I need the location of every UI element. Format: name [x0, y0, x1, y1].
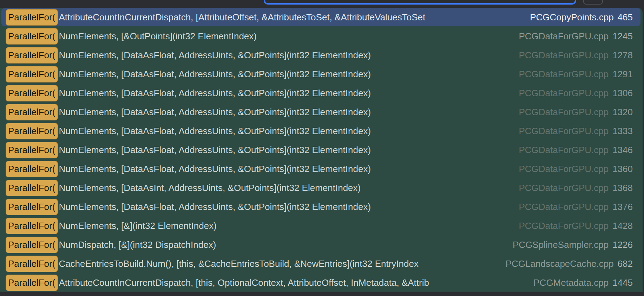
result-filename: PCGDataForGPU.cpp [519, 202, 609, 212]
result-filename: PCGDataForGPU.cpp [519, 88, 609, 98]
result-filename: PCGMetadata.cpp [533, 277, 609, 288]
result-line-number: 1226 [612, 239, 633, 250]
match-highlight-chip: ParallelFor( [6, 9, 58, 26]
result-code-text: NumElements, [&OutPoints](int32 ElementI… [59, 31, 516, 42]
result-code-text: NumElements, [DataAsFloat, AddressUints,… [59, 107, 516, 118]
result-filename: PCGDataForGPU.cpp [519, 221, 609, 231]
result-location: PCGDataForGPU.cpp1278 [519, 50, 633, 61]
result-row[interactable]: ParallelFor( NumElements, [DataAsFloat, … [0, 197, 643, 216]
result-line-number: 1306 [612, 88, 633, 98]
match-highlight-chip: ParallelFor( [6, 256, 58, 272]
result-code-text: NumElements, [DataAsFloat, AddressUints,… [59, 145, 516, 156]
result-filename: PCGDataForGPU.cpp [519, 69, 609, 79]
result-code-text: NumElements, [DataAsFloat, AddressUints,… [59, 88, 516, 99]
result-code-text: NumElements, [DataAsFloat, AddressUints,… [59, 126, 516, 137]
result-row[interactable]: ParallelFor( CacheEntriesToBuild.Num(), … [0, 254, 643, 273]
result-row[interactable]: ParallelFor( NumElements, [DataAsInt, Ad… [0, 178, 643, 197]
match-highlight-chip: ParallelFor( [6, 237, 58, 253]
result-filename: PCGDataForGPU.cpp [519, 145, 609, 155]
result-line-number: 1320 [612, 107, 633, 117]
result-code-text: AttributeCountInCurrentDispatch, [this, … [59, 277, 531, 288]
result-row[interactable]: ParallelFor( NumElements, [&OutPoints](i… [0, 27, 643, 46]
result-line-number: 1445 [612, 277, 633, 288]
result-filename: PCGCopyPoints.cpp [530, 12, 613, 22]
match-highlight-chip: ParallelFor( [6, 218, 58, 234]
result-location: PCGDataForGPU.cpp1376 [519, 202, 633, 212]
result-code-text: NumElements, [DataAsInt, AddressUints, &… [59, 183, 516, 193]
result-row[interactable]: ParallelFor( AttributeCountInCurrentDisp… [0, 8, 643, 27]
result-row[interactable]: ParallelFor( NumElements, [DataAsFloat, … [0, 140, 643, 159]
result-row[interactable]: ParallelFor( NumElements, [DataAsFloat, … [0, 65, 643, 84]
result-code-text: NumDispatch, [&](int32 DispatchIndex) [59, 239, 510, 250]
result-line-number: 1333 [612, 126, 633, 136]
match-highlight-chip: ParallelFor( [6, 180, 58, 196]
result-location: PCGDataForGPU.cpp1306 [519, 88, 633, 99]
result-line-number: 1360 [612, 164, 633, 174]
result-location: PCGDataForGPU.cpp1360 [519, 164, 633, 175]
result-filename: PCGDataForGPU.cpp [519, 50, 609, 60]
result-location: PCGDataForGPU.cpp1428 [519, 221, 633, 231]
result-row[interactable]: ParallelFor( NumElements, [DataAsFloat, … [0, 103, 643, 121]
match-highlight-chip: ParallelFor( [6, 66, 58, 83]
result-filename: PCGLandscapeCache.cpp [506, 258, 614, 269]
match-highlight-chip: ParallelFor( [6, 199, 58, 215]
match-highlight-chip: ParallelFor( [6, 161, 58, 177]
result-row[interactable]: ParallelFor( NumElements, [DataAsFloat, … [0, 46, 643, 65]
result-location: PCGLandscapeCache.cpp682 [506, 258, 633, 269]
result-location: PCGDataForGPU.cpp1346 [519, 145, 633, 156]
result-location: PCGDataForGPU.cpp1245 [519, 31, 633, 42]
result-line-number: 1278 [612, 50, 633, 60]
result-filename: PCGDataForGPU.cpp [519, 164, 609, 174]
result-location: PCGCopyPoints.cpp465 [530, 12, 633, 23]
match-highlight-chip: ParallelFor( [6, 275, 58, 291]
match-highlight-chip: ParallelFor( [6, 104, 58, 120]
result-filename: PCGDataForGPU.cpp [519, 107, 609, 117]
bottom-strip [0, 292, 644, 296]
result-row[interactable]: ParallelFor( NumElements, [DataAsFloat, … [0, 121, 643, 140]
result-location: PCGDataForGPU.cpp1333 [519, 126, 633, 137]
top-bar [0, 0, 644, 8]
result-filename: PCGDataForGPU.cpp [519, 183, 609, 193]
result-location: PCGDataForGPU.cpp1320 [519, 107, 633, 118]
result-filename: PCGDataForGPU.cpp [519, 126, 609, 136]
result-code-text: NumElements, [DataAsFloat, AddressUints,… [59, 202, 516, 212]
result-line-number: 1245 [612, 31, 633, 41]
result-filename: PCGDataForGPU.cpp [519, 31, 609, 41]
search-results-popup: ParallelFor( AttributeCountInCurrentDisp… [0, 8, 643, 292]
result-line-number: 1428 [612, 221, 633, 231]
match-highlight-chip: ParallelFor( [6, 85, 58, 101]
result-line-number: 682 [618, 258, 633, 269]
results-list: ParallelFor( AttributeCountInCurrentDisp… [0, 8, 643, 292]
result-location: PCGMetadata.cpp1445 [533, 277, 633, 288]
match-highlight-chip: ParallelFor( [6, 142, 58, 158]
result-row[interactable]: ParallelFor( NumElements, [&](int32 Elem… [0, 216, 643, 235]
result-location: PCGDataForGPU.cpp1291 [519, 69, 633, 80]
match-highlight-chip: ParallelFor( [6, 47, 58, 64]
search-option-button[interactable] [583, 0, 603, 5]
result-row[interactable]: ParallelFor( NumElements, [DataAsFloat, … [0, 159, 643, 178]
result-location: PCGDataForGPU.cpp1368 [519, 183, 633, 193]
result-location: PCGSplineSampler.cpp1226 [513, 239, 633, 250]
result-row[interactable]: ParallelFor( NumDispatch, [&](int32 Disp… [0, 235, 643, 254]
result-code-text: NumElements, [DataAsFloat, AddressUints,… [59, 50, 516, 61]
result-line-number: 1346 [612, 145, 633, 155]
result-line-number: 1368 [612, 183, 633, 193]
match-highlight-chip: ParallelFor( [6, 28, 58, 45]
result-line-number: 1291 [612, 69, 633, 79]
result-code-text: AttributeCountInCurrentDispatch, [Attrib… [59, 12, 527, 23]
result-code-text: NumElements, [&](int32 ElementIndex) [59, 221, 516, 231]
result-row[interactable]: ParallelFor( AttributeCountInCurrentDisp… [0, 273, 643, 292]
match-highlight-chip: ParallelFor( [6, 123, 58, 139]
result-line-number: 465 [618, 12, 633, 22]
result-filename: PCGSplineSampler.cpp [513, 239, 609, 250]
result-code-text: CacheEntriesToBuild.Num(), [this, &Cache… [59, 258, 502, 269]
result-row[interactable]: ParallelFor( NumElements, [DataAsFloat, … [0, 84, 643, 103]
result-code-text: NumElements, [DataAsFloat, AddressUints,… [59, 69, 516, 80]
search-input[interactable] [264, 0, 576, 5]
result-line-number: 1376 [612, 202, 633, 212]
result-code-text: NumElements, [DataAsFloat, AddressUints,… [59, 164, 516, 175]
